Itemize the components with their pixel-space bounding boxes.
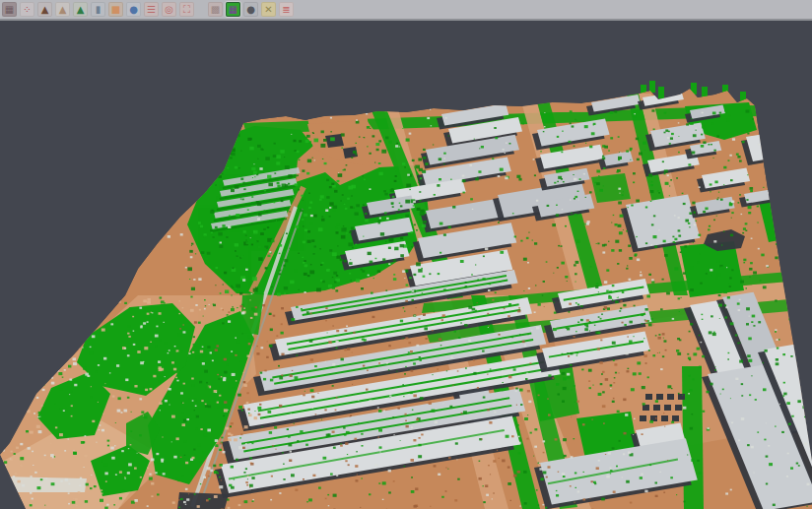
dataset-icon[interactable]: ▦ <box>2 2 17 17</box>
dem-icon[interactable]: ▲ <box>37 2 52 17</box>
globe-icon[interactable]: ● <box>126 2 141 17</box>
layers-icon[interactable]: ☰ <box>144 2 159 17</box>
color-points-icon[interactable]: ⁘ <box>20 2 34 17</box>
classification-icon[interactable]: ▦ <box>226 2 240 17</box>
orthophoto-icon[interactable]: ■ <box>108 2 123 17</box>
target-icon[interactable]: ◎ <box>162 2 176 17</box>
annotate-icon[interactable]: ✕ <box>261 2 276 17</box>
terrain-icon[interactable]: ▲ <box>73 2 88 17</box>
measure-icon[interactable]: ≣ <box>279 2 294 17</box>
viewport-3d[interactable] <box>0 0 812 509</box>
filter-icon[interactable]: ▩ <box>208 2 223 17</box>
toolbar-separator <box>197 2 205 17</box>
dsm-icon[interactable]: ▲ <box>55 2 70 17</box>
main-toolbar: ▦⁘▲▲▲▮■●☰◎⛶▩▦●✕≣ <box>0 0 812 21</box>
app-window: ▦⁘▲▲▲▮■●☰◎⛶▩▦●✕≣ <box>0 0 812 509</box>
profile-icon[interactable]: ▮ <box>91 2 105 17</box>
sphere-view-icon[interactable]: ● <box>243 2 258 17</box>
zoom-extent-icon[interactable]: ⛶ <box>179 2 194 17</box>
